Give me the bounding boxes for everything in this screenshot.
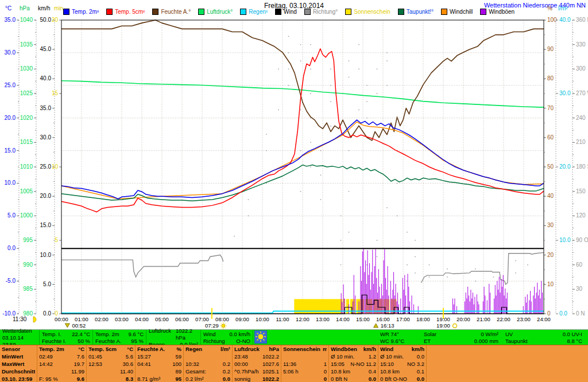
svg-text:1010: 1010 xyxy=(20,163,33,170)
sensor-column-7: Windböenkm/hØ 10 min.1.215:05N-NO 11.210… xyxy=(329,345,378,382)
sensor-cell xyxy=(283,353,327,360)
status-value: 0.0 UV-I xyxy=(546,331,582,338)
sensor-cell: F: 95 %9.6 xyxy=(39,375,84,382)
sensor-cell: 0.2 l/m²0.0 xyxy=(185,375,230,382)
svg-text:30.0: 30.0 xyxy=(40,134,52,141)
svg-text:11:00: 11:00 xyxy=(276,316,289,322)
svg-text:07:00: 07:00 xyxy=(195,316,209,322)
svg-text:13:00: 13:00 xyxy=(316,316,330,322)
status-value: WC 9.6°C xyxy=(380,338,417,345)
svg-text:360 N: 360 N xyxy=(576,17,588,23)
svg-text:20.0: 20.0 xyxy=(559,163,571,170)
weather-app-window: Freitag, 03.10.2014 Wetterstation Nieder… xyxy=(0,0,588,382)
svg-text:5.0: 5.0 xyxy=(43,281,51,287)
svg-text:1000: 1000 xyxy=(20,212,33,219)
sensor-column-header: Temp. 2m°C xyxy=(39,345,84,353)
status-value: 0.000 mm xyxy=(457,338,498,345)
sensor-column-header: Windkm/h xyxy=(380,345,424,353)
svg-text:09:00: 09:00 xyxy=(235,316,249,322)
status-cell-2: Temp. I.22.4 °CFeuchte I.50 % xyxy=(40,330,93,345)
sensor-cell: 12:5330.6 xyxy=(88,360,133,368)
svg-text:19:00: 19:00 xyxy=(436,316,450,322)
sensor-cell: 11:361 xyxy=(283,360,327,368)
moon-phase-marker: 11:30 xyxy=(13,316,36,322)
sensor-column-8: Windkm/hØ 10 min.0.015:10NO 3.210.8 km0.… xyxy=(378,345,427,382)
status-label: Luftdruck xyxy=(149,328,171,341)
svg-text:300: 300 xyxy=(576,65,586,72)
axis-deg: 360 N330300270 W240210180 S15012090 O603… xyxy=(572,17,588,317)
status-right-col-1: WR 74°WC 9.6°C xyxy=(377,330,420,345)
status-label: Temp. I. xyxy=(42,331,61,338)
svg-text:60: 60 xyxy=(576,262,583,268)
sensor-cell: 10:320.2 xyxy=(185,360,230,368)
svg-text:0.0: 0.0 xyxy=(7,245,16,251)
moonrise-marker: 16:13 xyxy=(374,322,394,329)
svg-text:00:00: 00:00 xyxy=(55,316,68,322)
svg-text:90 O: 90 O xyxy=(576,237,588,243)
sensor-column-5: LuftdruckhPa23:481022.200:001027.6^0.7hP… xyxy=(233,345,281,382)
status-value: 0.0 km/h xyxy=(230,331,250,338)
x-axis-labels: 00:0001:0002:0003:0004:0005:0006:0007:00… xyxy=(55,316,551,322)
svg-text:0 N: 0 N xyxy=(576,310,585,317)
svg-text:10.0: 10.0 xyxy=(559,237,571,243)
row-label: Durchschnitt xyxy=(2,368,35,375)
svg-text:20.0: 20.0 xyxy=(40,193,52,199)
svg-text:180 S: 180 S xyxy=(576,163,588,170)
svg-text:01:00: 01:00 xyxy=(75,316,88,322)
svg-text:40.0: 40.0 xyxy=(40,75,52,81)
status-value: 9.6 °C xyxy=(128,331,144,338)
svg-text:35.0: 35.0 xyxy=(5,17,16,23)
svg-text:10: 10 xyxy=(52,163,59,170)
svg-text:15.0: 15.0 xyxy=(40,222,52,228)
svg-text:11:30: 11:30 xyxy=(13,316,27,322)
status-cell-1: Wetterdaten03.10.14 23:59 xyxy=(0,330,40,345)
svg-text:1005: 1005 xyxy=(20,188,33,194)
svg-text:100: 100 xyxy=(547,17,557,23)
svg-text:25.0: 25.0 xyxy=(5,82,16,88)
status-value: 50 % xyxy=(78,338,90,345)
svg-text:30.0: 30.0 xyxy=(5,49,16,56)
row-label: MinWert xyxy=(2,353,35,360)
sensor-cell: 14:4219.7 xyxy=(39,360,84,368)
sensor-cell: 8.3 xyxy=(88,375,133,382)
status-label: Wetterdaten xyxy=(2,328,32,334)
svg-text:15: 15 xyxy=(52,90,59,96)
sunrise-marker: 07:29 xyxy=(205,322,227,329)
axis-hpa: 1040103510301025102010151010100510009959… xyxy=(20,17,36,317)
sensor-cell: sonnig1022.2 xyxy=(234,375,279,382)
svg-text:5: 5 xyxy=(55,237,58,243)
svg-text:1030: 1030 xyxy=(20,65,33,72)
sensor-cell: ^0.7hPa/h1025.1 xyxy=(234,368,279,375)
sensor-cell: 0 Bft N0.0 xyxy=(331,375,376,382)
sensor-cell: 11.99 xyxy=(39,368,84,375)
svg-text:50: 50 xyxy=(547,163,554,170)
sensor-cell: 00:001027.6 xyxy=(234,360,279,368)
svg-text:20:00: 20:00 xyxy=(457,316,470,322)
sensor-cell: 5:06 h0 xyxy=(283,368,327,375)
sensor-column-6: Sonnenscheinmin11:3615:06 h00 xyxy=(281,345,329,382)
sensor-column-header: Windböenkm/h xyxy=(331,345,376,353)
svg-text:08:00: 08:00 xyxy=(215,316,229,322)
sensor-column-4: Regenl/m²10:320.2Gesamt:0.20.2 l/m²0.0 xyxy=(184,345,233,382)
series-direction-scatter xyxy=(234,36,528,282)
svg-text:80: 80 xyxy=(547,75,554,81)
sunset-marker: 19:00 xyxy=(436,322,457,329)
svg-text:23:00: 23:00 xyxy=(517,316,531,322)
svg-text:17:00: 17:00 xyxy=(396,316,410,322)
row-label: 03.10. 23:59 xyxy=(2,375,35,382)
sensor-cell xyxy=(185,353,230,360)
status-value: 22.4 °C xyxy=(72,331,90,338)
svg-text:16:13: 16:13 xyxy=(381,322,394,329)
svg-text:30.0: 30.0 xyxy=(559,90,571,96)
sensor-column-header: LuftdruckhPa xyxy=(234,345,279,353)
status-right-col-3: 0 W/m²0.000 mm xyxy=(454,330,502,345)
svg-text:16:00: 16:00 xyxy=(376,316,390,322)
status-value: 1022.2 hPa xyxy=(176,328,198,341)
svg-text:45.0: 45.0 xyxy=(40,46,52,52)
weather-condition-sun-icon xyxy=(254,330,267,344)
sensor-cell: 10.8 km0.4 xyxy=(331,368,376,375)
svg-text:03:00: 03:00 xyxy=(115,316,129,322)
svg-text:-5.0: -5.0 xyxy=(6,278,16,284)
sensor-table-row-labels: SensorMinWertMaxWertDurchschnitt03.10. 2… xyxy=(0,345,37,382)
svg-text:90: 90 xyxy=(547,46,554,52)
